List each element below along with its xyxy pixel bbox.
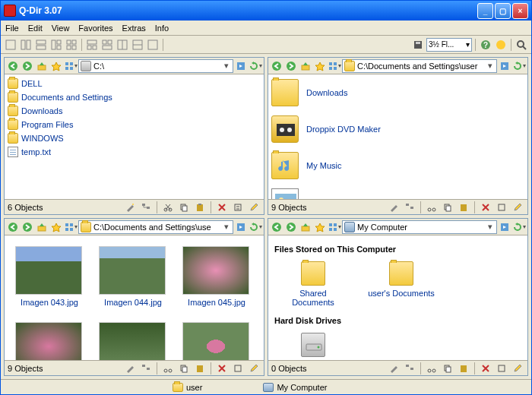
delete-icon[interactable] <box>479 362 492 375</box>
menu-favorites[interactable]: Favorites <box>78 24 112 33</box>
floppy-icon[interactable] <box>411 38 425 52</box>
layout-alt5-icon[interactable] <box>146 38 160 52</box>
go-icon[interactable] <box>498 59 511 73</box>
list-item[interactable]: My Music <box>271 150 524 181</box>
list-item[interactable]: DELL <box>8 77 261 90</box>
wand-icon[interactable] <box>123 201 137 214</box>
minimize-button[interactable]: _ <box>477 3 493 19</box>
forward-icon[interactable] <box>21 59 34 73</box>
go-icon[interactable] <box>234 59 248 73</box>
favorite-icon[interactable] <box>313 220 327 234</box>
forward-icon[interactable] <box>284 220 298 234</box>
thumbnail-item[interactable] <box>15 322 84 360</box>
list-item[interactable]: Downloads <box>271 77 524 108</box>
menu-view[interactable]: View <box>52 24 70 33</box>
favorite-icon[interactable] <box>49 220 63 234</box>
refresh-icon[interactable]: ▾ <box>249 220 262 234</box>
forward-icon[interactable] <box>284 59 298 73</box>
back-icon[interactable] <box>270 59 283 73</box>
views-icon[interactable]: ▾ <box>328 220 341 234</box>
views-icon[interactable]: ▾ <box>64 59 78 73</box>
forward-icon[interactable] <box>21 220 34 234</box>
layout-4-icon[interactable] <box>65 38 78 52</box>
properties-icon[interactable] <box>495 362 508 375</box>
tree-icon[interactable] <box>139 362 153 375</box>
list-item[interactable]: My Pictures <box>271 187 524 199</box>
pane-bl-content[interactable]: Imagen 043.jpg Imagen 044.jpg Imagen 045… <box>5 235 264 360</box>
maximize-button[interactable]: ▢ <box>495 3 511 19</box>
edit-icon[interactable] <box>247 362 261 375</box>
paste-icon[interactable] <box>193 362 207 375</box>
wand-icon[interactable] <box>387 362 401 375</box>
favorite-icon[interactable] <box>49 59 63 73</box>
copy-icon[interactable] <box>441 201 454 214</box>
thumbnail-item[interactable] <box>99 322 167 360</box>
paste-icon[interactable] <box>193 201 207 214</box>
pane-br-path[interactable]: My Computer ▾ <box>342 220 497 234</box>
menu-file[interactable]: File <box>5 24 19 33</box>
back-icon[interactable] <box>270 220 283 234</box>
local-disk-item[interactable]: Local Disk (C:) <box>279 333 347 360</box>
layout-alt1-icon[interactable] <box>85 38 99 52</box>
user-docs-item[interactable]: user's Documents <box>367 261 435 307</box>
edit-icon[interactable] <box>511 201 524 214</box>
magnify-icon[interactable] <box>515 38 528 52</box>
help-icon[interactable]: ? <box>479 38 492 52</box>
favorite-icon[interactable] <box>313 59 327 73</box>
shared-docs-item[interactable]: Shared Documents <box>279 261 347 307</box>
layout-alt4-icon[interactable] <box>131 38 144 52</box>
layout-1-icon[interactable] <box>4 38 17 52</box>
close-button[interactable]: × <box>512 3 528 19</box>
cut-icon[interactable] <box>425 362 439 375</box>
thumbnail-item[interactable]: Imagen 043.jpg <box>15 246 84 307</box>
properties-icon[interactable] <box>231 201 245 214</box>
drive-select[interactable]: 3½ Fl...▾ <box>426 38 472 52</box>
layout-2v-icon[interactable] <box>19 38 33 52</box>
cut-icon[interactable] <box>161 201 175 214</box>
views-icon[interactable]: ▾ <box>64 220 78 234</box>
tree-icon[interactable] <box>403 362 416 375</box>
delete-icon[interactable] <box>215 201 229 214</box>
pane-tl-path[interactable]: C:\ ▾ <box>78 59 233 73</box>
up-icon[interactable] <box>299 59 312 73</box>
list-item[interactable]: Program Files <box>8 118 261 131</box>
list-item[interactable]: Downloads <box>8 105 261 117</box>
thumbnail-item[interactable] <box>182 322 251 360</box>
refresh-icon[interactable]: ▾ <box>512 59 526 73</box>
list-item[interactable]: Droppix DVD Maker <box>271 114 524 144</box>
copy-icon[interactable] <box>441 362 454 375</box>
up-icon[interactable] <box>35 59 49 73</box>
menu-info[interactable]: Info <box>155 24 169 33</box>
refresh-icon[interactable]: ▾ <box>249 59 262 73</box>
edit-icon[interactable] <box>511 362 524 375</box>
layout-3-icon[interactable] <box>49 38 63 52</box>
copy-icon[interactable] <box>177 201 191 214</box>
cut-icon[interactable] <box>425 201 439 214</box>
tree-icon[interactable] <box>139 201 153 214</box>
go-icon[interactable] <box>234 220 248 234</box>
pane-br-content[interactable]: Files Stored on This Computer Shared Doc… <box>268 235 527 360</box>
tree-icon[interactable] <box>403 201 416 214</box>
thumbnail-item[interactable]: Imagen 044.jpg <box>99 246 167 307</box>
menu-edit[interactable]: Edit <box>28 24 43 33</box>
menu-extras[interactable]: Extras <box>122 24 146 33</box>
list-item[interactable]: WINDOWS <box>8 132 261 144</box>
back-icon[interactable] <box>6 59 20 73</box>
cut-icon[interactable] <box>161 362 175 375</box>
list-item[interactable]: Documents and Settings <box>8 91 261 103</box>
go-icon[interactable] <box>498 220 511 234</box>
paste-icon[interactable] <box>457 201 470 214</box>
pane-tr-content[interactable]: Downloads Droppix DVD Maker My Music My … <box>268 74 527 199</box>
info-icon[interactable] <box>494 38 508 52</box>
views-icon[interactable]: ▾ <box>328 59 341 73</box>
properties-icon[interactable] <box>231 362 245 375</box>
up-icon[interactable] <box>35 220 49 234</box>
pane-tl-content[interactable]: DELL Documents and Settings Downloads Pr… <box>5 74 264 199</box>
thumbnail-item[interactable]: Imagen 045.jpg <box>182 246 251 307</box>
titlebar[interactable]: Q-Dir 3.07 _ ▢ × <box>1 1 531 21</box>
pane-tr-path[interactable]: C:\Documents and Settings\user ▾ <box>342 59 497 73</box>
properties-icon[interactable] <box>495 201 508 214</box>
layout-alt2-icon[interactable] <box>100 38 114 52</box>
back-icon[interactable] <box>6 220 20 234</box>
layout-alt3-icon[interactable] <box>116 38 129 52</box>
